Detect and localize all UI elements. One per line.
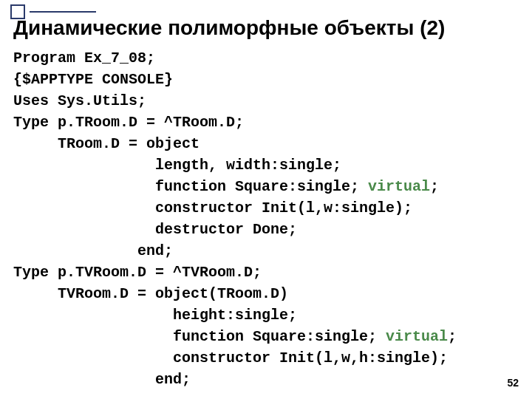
code-line-part: function Square:single; — [13, 178, 368, 195]
keyword-virtual: virtual — [368, 178, 430, 195]
page-number: 52 — [507, 377, 519, 389]
code-line: Uses Sys.Utils; — [13, 92, 146, 109]
code-line: {$APPTYPE CONSOLE} — [13, 71, 173, 88]
ornament-square — [10, 4, 25, 19]
code-line: destructor Done; — [13, 221, 297, 238]
code-line: constructor Init(l,w,h:single); — [13, 349, 448, 366]
code-line: Type p.TRoom.D = ^TRoom.D; — [13, 114, 244, 131]
code-line: constructor Init(l,w:single); — [13, 200, 412, 216]
code-line-part: ; — [430, 178, 439, 195]
header-ornament — [10, 4, 96, 19]
ornament-line — [30, 11, 96, 13]
slide-title: Динамические полиморфные объекты (2) — [13, 16, 519, 40]
code-line: length, width:single; — [13, 157, 341, 174]
code-line-part: function Square:single; — [13, 328, 386, 345]
code-line: end; — [13, 371, 191, 388]
code-line: end; — [13, 242, 173, 259]
code-block: Program Ex_7_08; {$APPTYPE CONSOLE} Uses… — [13, 47, 532, 390]
code-line-part: ; — [448, 328, 457, 345]
code-line: TRoom.D = object — [13, 135, 200, 152]
code-line: Program Ex_7_08; — [13, 50, 155, 66]
code-line: height:single; — [13, 307, 297, 324]
code-line: Type p.TVRoom.D = ^TVRoom.D; — [13, 264, 262, 281]
keyword-virtual: virtual — [386, 328, 448, 345]
code-line: TVRoom.D = object(TRoom.D) — [13, 285, 288, 302]
